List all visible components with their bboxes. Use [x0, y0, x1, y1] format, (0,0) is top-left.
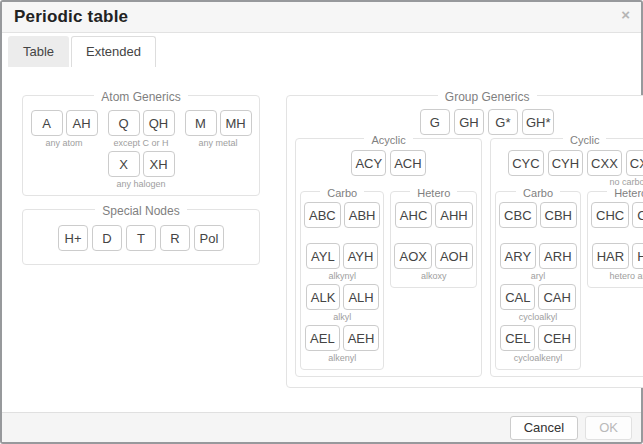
button-aox[interactable]: AOX: [394, 243, 431, 269]
button-chh[interactable]: CHH: [632, 202, 643, 228]
button-aeh[interactable]: AEH: [343, 325, 380, 351]
acyclic-subpanels: Carbo ABC ABH AYL: [300, 191, 477, 370]
button-cah[interactable]: CAH: [538, 284, 575, 310]
button-g[interactable]: G: [420, 109, 450, 135]
tab-bar: Table Extended: [2, 33, 641, 67]
button-ah[interactable]: AH: [66, 110, 98, 136]
cyclic-legend-text: Cyclic: [563, 134, 606, 146]
button-pair: CAL CAH: [500, 284, 576, 310]
cyclic-carbo-panel: Carbo CBC CBH ARY: [495, 191, 581, 370]
acyclic-carbo-panel: Carbo ABC ABH AYL: [300, 191, 384, 370]
atom-generics-legend: Atom Generics: [23, 89, 259, 104]
button-cbc[interactable]: CBC: [499, 202, 536, 228]
any-halogen-group: X XH any halogen: [108, 151, 175, 190]
button-row: AOX AOH alkoxy: [394, 243, 473, 282]
tab-extended[interactable]: Extended: [71, 36, 156, 67]
group-caption: any atom: [45, 138, 82, 149]
row-caption: cycloalkenyl: [514, 353, 563, 364]
button-pair: AYL AYH: [306, 243, 378, 269]
group-generics-top-row: G GH G* GH*: [295, 109, 643, 135]
dialog-content: Atom Generics A AH any atom Q QH: [2, 67, 641, 412]
button-qh[interactable]: QH: [143, 110, 175, 136]
acyclic-top-row: ACY ACH: [300, 150, 477, 176]
button-acy[interactable]: ACY: [351, 150, 386, 176]
button-a[interactable]: A: [31, 110, 63, 136]
button-d[interactable]: D: [92, 225, 122, 251]
group-caption: any metal: [198, 138, 237, 149]
button-chc[interactable]: CHC: [591, 202, 629, 228]
button-g-star[interactable]: G*: [488, 109, 518, 135]
button-pair: ABC ABH: [304, 202, 380, 228]
group-caption: any halogen: [116, 179, 165, 190]
button-pair: Q QH: [108, 110, 175, 136]
acyclic-panel: Acyclic ACY ACH Carbo ABC: [295, 138, 482, 377]
button-m[interactable]: M: [185, 110, 217, 136]
row-caption: alkoxy: [421, 271, 447, 282]
cyclic-subpanels: Carbo CBC CBH ARY: [495, 191, 643, 370]
special-nodes-legend-text: Special Nodes: [95, 204, 186, 218]
button-pair: X XH: [108, 151, 175, 177]
button-abh[interactable]: ABH: [344, 202, 381, 228]
button-cxx[interactable]: CXX: [587, 150, 622, 176]
button-ayl[interactable]: AYL: [306, 243, 340, 269]
button-row: CBC CBH: [499, 202, 577, 241]
button-aoh[interactable]: AOH: [435, 243, 473, 269]
button-cyc[interactable]: CYC: [508, 150, 543, 176]
button-pol[interactable]: Pol: [194, 225, 224, 251]
button-mh[interactable]: MH: [220, 110, 252, 136]
dialog-footer: Cancel OK: [2, 412, 641, 442]
acyclic-legend-text: Acyclic: [364, 134, 412, 146]
button-gh-star[interactable]: GH*: [522, 109, 555, 135]
button-pair: AHC AHH: [395, 202, 473, 228]
cyclic-caption-row: no carbon: [495, 177, 643, 189]
button-pair: M MH: [185, 110, 252, 136]
ok-button[interactable]: OK: [585, 416, 632, 440]
button-har[interactable]: HAR: [592, 243, 629, 269]
button-ahc[interactable]: AHC: [395, 202, 432, 228]
button-alh[interactable]: ALH: [343, 284, 378, 310]
button-xh[interactable]: XH: [143, 151, 175, 177]
special-nodes-legend: Special Nodes: [23, 203, 259, 218]
button-cel[interactable]: CEL: [500, 325, 535, 351]
row-caption: alkenyl: [328, 353, 356, 364]
button-arh[interactable]: ARH: [539, 243, 576, 269]
group-generics-legend: Group Generics: [287, 89, 643, 104]
button-h-plus[interactable]: H+: [58, 225, 88, 251]
button-pair: AEL AEH: [305, 325, 379, 351]
special-nodes-row: H+ D T R Pol: [29, 225, 253, 251]
button-x[interactable]: X: [108, 151, 140, 177]
left-column: Atom Generics A AH any atom Q QH: [22, 95, 260, 265]
button-ach[interactable]: ACH: [390, 150, 425, 176]
button-gh[interactable]: GH: [454, 109, 484, 135]
button-pair: HAR HAH: [592, 243, 643, 269]
button-row: AEL AEH alkenyl: [304, 325, 380, 364]
button-alk[interactable]: ALK: [306, 284, 341, 310]
button-ceh[interactable]: CEH: [538, 325, 575, 351]
group-caption: except C or H: [113, 138, 168, 149]
atom-generics-row-1: A AH any atom Q QH except C or H: [29, 110, 253, 149]
button-ayh[interactable]: AYH: [343, 243, 379, 269]
button-row: ABC ABH: [304, 202, 380, 241]
row-caption: alkynyl: [328, 271, 356, 282]
button-ahh[interactable]: AHH: [435, 202, 472, 228]
button-t[interactable]: T: [126, 225, 156, 251]
button-q[interactable]: Q: [108, 110, 140, 136]
button-ael[interactable]: AEL: [305, 325, 340, 351]
cyclic-hetero-panel: Hetero CHC CHH HAR: [587, 191, 643, 288]
button-cxh[interactable]: CXH: [626, 150, 643, 176]
acyclic-caption: [300, 177, 477, 189]
cancel-button[interactable]: Cancel: [510, 416, 578, 440]
button-abc[interactable]: ABC: [304, 202, 341, 228]
button-r[interactable]: R: [160, 225, 190, 251]
button-cyh[interactable]: CYH: [548, 150, 583, 176]
except-c-or-h-group: Q QH except C or H: [108, 110, 175, 149]
atom-generics-legend-text: Atom Generics: [94, 90, 187, 104]
tab-table[interactable]: Table: [8, 36, 69, 67]
button-ary[interactable]: ARY: [500, 243, 537, 269]
button-row: CEL CEH cycloalkenyl: [499, 325, 577, 364]
any-atom-group: A AH any atom: [31, 110, 98, 149]
button-hah[interactable]: HAH: [632, 243, 643, 269]
button-cal[interactable]: CAL: [500, 284, 535, 310]
close-icon[interactable]: ×: [617, 5, 634, 24]
button-cbh[interactable]: CBH: [540, 202, 577, 228]
